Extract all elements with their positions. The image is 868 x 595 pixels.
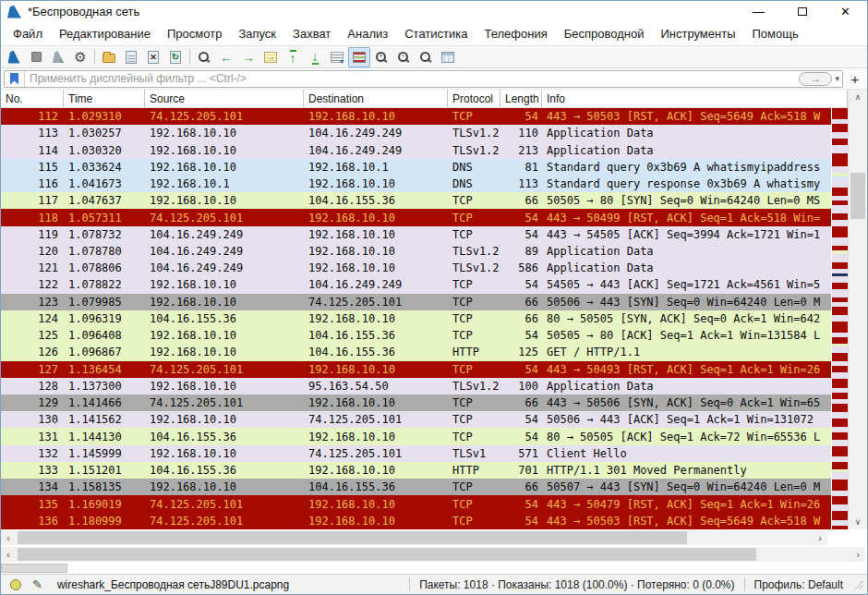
save-file-button[interactable] xyxy=(120,47,142,67)
column-header-info[interactable]: Info xyxy=(542,90,848,107)
profile-label[interactable]: Профиль: Default xyxy=(744,577,853,591)
close-button[interactable]: ✕ xyxy=(824,1,867,22)
vertical-scroll-track[interactable] xyxy=(849,104,867,515)
capture-comment-icon[interactable]: ✎ xyxy=(32,577,42,591)
menu-захват[interactable]: Захват xyxy=(284,24,339,43)
open-file-icon xyxy=(102,54,115,63)
packet-row[interactable]: 1251.096408192.168.10.10104.16.155.36TCP… xyxy=(1,327,848,344)
filter-apply-button[interactable]: → xyxy=(799,72,832,86)
hscroll-track-2[interactable] xyxy=(16,547,850,562)
hscroll-track-1[interactable] xyxy=(16,530,813,545)
packet-row[interactable]: 1311.144130104.16.155.36192.168.10.10TCP… xyxy=(1,428,848,444)
colorize-button[interactable] xyxy=(348,47,370,67)
column-header-length[interactable]: Length xyxy=(500,90,542,107)
packet-row[interactable]: 1291.14146674.125.205.101192.168.10.10TC… xyxy=(1,395,848,411)
menu-помощь[interactable]: Помощь xyxy=(744,24,807,43)
resize-grip[interactable] xyxy=(854,580,863,589)
cell-length: 54 xyxy=(500,498,542,511)
column-header-time[interactable]: Time xyxy=(64,90,145,107)
scroll-right-arrow-icon[interactable]: › xyxy=(850,549,865,560)
menu-анализ[interactable]: Анализ xyxy=(339,24,396,43)
vertical-scrollbar[interactable]: ∧ ∨ xyxy=(848,90,867,529)
packet-row[interactable]: 1281.137300192.168.10.1095.163.54.50TLSv… xyxy=(1,378,848,395)
filter-add-button[interactable]: + xyxy=(847,70,863,88)
reload-file-button[interactable] xyxy=(164,47,187,67)
packet-list-hscrollbar[interactable]: ‹ › xyxy=(1,530,827,545)
zoom-out-button[interactable] xyxy=(392,47,415,67)
auto-scroll-button[interactable] xyxy=(326,47,348,67)
go-to-packet-button[interactable] xyxy=(259,47,282,67)
packet-row[interactable]: 1151.033624192.168.10.10192.168.10.1DNS8… xyxy=(1,159,848,176)
zoom-in-button[interactable] xyxy=(370,47,392,67)
packet-row[interactable]: 1301.141562192.168.10.1074.125.205.101TC… xyxy=(1,411,848,428)
packet-row[interactable]: 1241.096319104.16.155.36192.168.10.10TCP… xyxy=(1,310,848,327)
packet-row[interactable]: 1191.078732104.16.249.249192.168.10.10TC… xyxy=(1,226,848,243)
capture-options-button[interactable] xyxy=(69,47,91,67)
display-filter-input[interactable]: Применить дисплейный фильтр ... <Ctrl-/>… xyxy=(4,70,843,88)
packet-row[interactable]: 1141.030320192.168.10.10104.16.249.249TL… xyxy=(1,141,848,158)
hscroll-thumb-2[interactable] xyxy=(18,548,756,561)
scroll-down-arrow-icon[interactable]: ∨ xyxy=(849,515,867,529)
filter-dropdown-caret-icon[interactable]: ▾ xyxy=(835,74,839,83)
minimap-stripe xyxy=(832,440,848,446)
menu-телефония[interactable]: Телефония xyxy=(476,24,555,43)
column-header-source[interactable]: Source xyxy=(145,90,304,107)
menu-запуск[interactable]: Запуск xyxy=(230,24,284,43)
maximize-button[interactable] xyxy=(780,1,824,22)
close-file-button[interactable] xyxy=(142,47,164,67)
cell-length: 66 xyxy=(500,194,542,207)
packet-row[interactable]: 1351.16901974.125.205.101192.168.10.10TC… xyxy=(1,495,848,512)
menu-беспроводной[interactable]: Беспроводной xyxy=(556,24,653,43)
packet-row[interactable]: 1221.078822192.168.10.10104.16.249.249TC… xyxy=(1,276,848,293)
secondary-hscrollbar[interactable]: ‹ › xyxy=(1,547,865,562)
scroll-left-arrow-icon[interactable]: ‹ xyxy=(1,549,16,560)
packet-row[interactable]: 1181.05731174.125.205.101192.168.10.10TC… xyxy=(1,209,848,225)
column-header-protocol[interactable]: Protocol xyxy=(448,90,500,107)
go-back-button[interactable]: ← xyxy=(215,47,237,67)
packet-row[interactable]: 1121.02931074.125.205.101192.168.10.10TC… xyxy=(1,108,848,125)
packet-row[interactable]: 1211.078806104.16.249.249192.168.10.10TL… xyxy=(1,260,848,276)
cell-no: 136 xyxy=(1,515,64,528)
packet-row[interactable]: 1321.145999192.168.10.1074.125.205.101TL… xyxy=(1,445,848,462)
scroll-left-arrow-icon[interactable]: ‹ xyxy=(1,532,16,543)
scroll-right-arrow-icon[interactable]: › xyxy=(813,532,827,543)
go-first-button[interactable]: ↑ xyxy=(282,47,304,67)
cell-destination: 104.16.155.36 xyxy=(304,194,448,207)
expert-info-icon[interactable] xyxy=(10,579,21,590)
packet-row[interactable]: 1261.096867192.168.10.10104.16.155.36HTT… xyxy=(1,344,848,360)
cell-time: 1.057311 xyxy=(64,212,145,225)
menu-просмотр[interactable]: Просмотр xyxy=(159,24,230,43)
packet-row[interactable]: 1161.041673192.168.10.1192.168.10.10DNS1… xyxy=(1,176,848,192)
start-capture-button[interactable] xyxy=(3,47,25,67)
hscroll-thumb-1[interactable] xyxy=(18,531,687,544)
minimize-button[interactable]: — xyxy=(737,1,780,22)
vertical-scroll-thumb[interactable] xyxy=(850,173,865,219)
zoom-original-button[interactable] xyxy=(415,47,437,67)
packet-row[interactable]: 1361.18099974.125.205.101192.168.10.10TC… xyxy=(1,513,848,529)
menu-файл[interactable]: Файл xyxy=(5,24,51,43)
packet-row[interactable]: 1271.13645474.125.205.101192.168.10.10TC… xyxy=(1,361,848,378)
column-header-no[interactable]: No. xyxy=(1,90,64,107)
open-file-button[interactable] xyxy=(98,47,120,67)
stop-capture-button[interactable] xyxy=(25,47,47,67)
filter-bookmark-button[interactable] xyxy=(5,71,25,87)
packet-row[interactable]: 1171.047637192.168.10.10104.16.155.36TCP… xyxy=(1,192,848,209)
menu-инструменты[interactable]: Инструменты xyxy=(652,24,743,43)
go-forward-button[interactable]: → xyxy=(237,47,259,67)
packet-row[interactable]: 1131.030257192.168.10.10104.16.249.249TL… xyxy=(1,125,848,141)
find-packet-button[interactable] xyxy=(193,47,215,67)
resize-columns-button[interactable] xyxy=(437,47,459,67)
packet-minimap[interactable] xyxy=(831,108,848,529)
packet-row[interactable]: 1231.079985192.168.10.1074.125.205.101TC… xyxy=(1,294,848,310)
packet-row[interactable]: 1341.158135192.168.10.10104.16.155.36TCP… xyxy=(1,479,848,495)
column-header-destination[interactable]: Destination xyxy=(304,90,448,107)
packet-row[interactable]: 1201.078780104.16.249.249192.168.10.10TL… xyxy=(1,243,848,260)
restart-capture-button[interactable] xyxy=(47,47,69,67)
menu-редактирование[interactable]: Редактирование xyxy=(51,24,159,43)
scroll-up-arrow-icon[interactable]: ∧ xyxy=(849,90,867,104)
menu-статистика[interactable]: Статистика xyxy=(396,24,476,43)
go-last-button[interactable]: ↓ xyxy=(304,47,326,67)
packet-row[interactable]: 1331.151201104.16.155.36192.168.10.10HTT… xyxy=(1,462,848,479)
cell-no: 127 xyxy=(1,363,64,376)
splitter-grip[interactable] xyxy=(1,564,67,573)
